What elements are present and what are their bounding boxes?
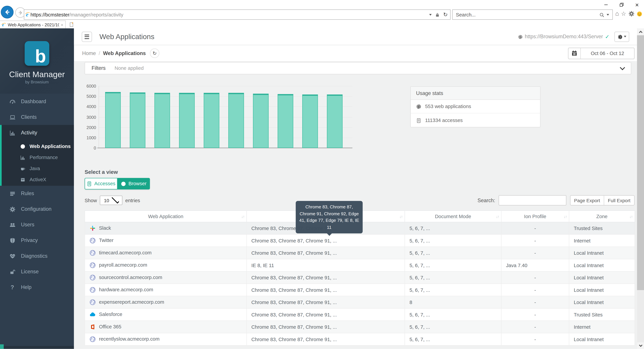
- home-icon[interactable]: ⌂: [615, 11, 619, 17]
- table-row-sourcecontrol-acmecorp-com[interactable]: sourcecontrol.acmecorp.comChrome 83, Chr…: [85, 271, 635, 284]
- restore-icon[interactable]: [617, 1, 626, 8]
- full-export-button[interactable]: Full Export: [604, 196, 634, 205]
- date-range-button[interactable]: Oct 06 - Oct 12: [568, 48, 634, 59]
- table-search-input[interactable]: [498, 195, 566, 205]
- sidebar-item-java[interactable]: Java: [2, 163, 74, 174]
- sidebar-item-help[interactable]: ?Help: [0, 279, 74, 295]
- browsers-cell: Chrome 83, Chrome 87, Chrome 91, ...: [247, 333, 405, 345]
- table-row-twitter[interactable]: TwitterChrome 83, Chrome 87, Chrome 91, …: [85, 234, 635, 247]
- check-icon: ✓: [605, 34, 610, 40]
- sidebar-item-users[interactable]: Users: [0, 217, 74, 233]
- sort-icon[interactable]: ↓↑: [496, 214, 499, 219]
- browsers-cell: Chrome 83, Chrome 87, Chrome 91, ...: [247, 296, 405, 308]
- sidebar-footer: [0, 346, 74, 349]
- sidebar-item-activex[interactable]: ActiveX: [2, 174, 74, 185]
- sort-icon[interactable]: ↓↑: [241, 214, 244, 219]
- zone-cell: Internet: [569, 321, 635, 333]
- sidebar-item-configuration[interactable]: Configuration: [0, 201, 74, 217]
- zone-cell: Trusted Sites: [569, 222, 635, 234]
- ie-icon: e: [26, 12, 28, 18]
- vertical-scrollbar[interactable]: [637, 28, 644, 349]
- minimize-icon[interactable]: [601, 1, 610, 8]
- chart-bar-4: [179, 93, 195, 148]
- globe-icon: [416, 104, 422, 109]
- app-name: Salesforce: [99, 312, 122, 317]
- sidebar-item-license[interactable]: License: [0, 264, 74, 279]
- breadcrumb-home[interactable]: Home: [82, 50, 96, 56]
- globe-favicon-icon: [90, 250, 96, 256]
- settings-gear-icon[interactable]: [628, 10, 634, 17]
- tab-close-icon[interactable]: ×: [61, 22, 63, 27]
- page-header: Web Applications https://BrowsiumDemo:44…: [74, 28, 637, 45]
- search-icon[interactable]: [599, 11, 604, 18]
- column-header-web-application[interactable]: Web Application↓↑: [85, 211, 247, 222]
- table-row-recentlyslow-acmecorp-com[interactable]: recentlyslow.acmecorp.comChrome 83, Chro…: [85, 333, 635, 345]
- page-export-button[interactable]: Page Export: [570, 196, 604, 205]
- sidebar-item-clients[interactable]: Clients: [0, 109, 74, 125]
- new-tab-page-icon: [68, 22, 74, 27]
- scrollbar-up-button[interactable]: [637, 28, 644, 35]
- browsers-cell: Chrome 83, Chrome 87, Chrome 91, ...: [247, 308, 405, 321]
- new-tab-button[interactable]: [68, 21, 75, 28]
- browser-nav-row: e https://bcmstester/manager/reports/act…: [0, 9, 644, 21]
- table-row-timecard-acmecorp-com[interactable]: timecard.acmecorp.comChrome 83, Chrome 8…: [85, 247, 635, 259]
- view-option-accesses[interactable]: Accesses: [84, 178, 117, 189]
- settings-dropdown-button[interactable]: [614, 31, 629, 42]
- date-range-value: Oct 06 - Oct 12: [581, 48, 634, 59]
- page-size-select[interactable]: 10: [100, 196, 122, 205]
- table-row-expensereport-acmecorp-com[interactable]: expensereport.acmecorp.comChrome 83, Chr…: [85, 296, 635, 308]
- table-row-hardware-acmecorp-com[interactable]: hardware.acmecorp.comChrome 83, Chrome 8…: [85, 284, 635, 296]
- sort-icon[interactable]: ↓↑: [400, 214, 402, 219]
- browser-tab[interactable]: e Web Applications - 2021/10... ×: [0, 21, 66, 28]
- browser-chrome: × e https://bcmstester/manager/reports/a…: [0, 0, 644, 28]
- sort-icon[interactable]: ↓↑: [564, 214, 567, 219]
- table-row-payroll-acmecorp-com[interactable]: payroll.acmecorp.comIE 8, IE 115, 6, 7, …: [85, 259, 635, 271]
- table-row-salesforce[interactable]: SalesforceChrome 83, Chrome 87, Chrome 9…: [85, 308, 635, 321]
- back-button[interactable]: [1, 6, 14, 19]
- chart-plot-area: [98, 86, 352, 148]
- search-dropdown-caret-icon[interactable]: [606, 14, 609, 16]
- url-dropdown-caret-icon[interactable]: [429, 14, 432, 16]
- sidebar-item-diagnostics[interactable]: Diagnostics: [0, 248, 74, 264]
- users-icon: [9, 222, 16, 228]
- arrow-left-icon: [4, 9, 11, 16]
- view-option-browser[interactable]: Browser: [117, 178, 150, 189]
- browser-search-box[interactable]: Search...: [452, 10, 613, 20]
- ie-icon: e: [2, 22, 4, 27]
- column-header-document-mode[interactable]: Document Mode↓↑: [405, 211, 501, 222]
- document-mode-cell: 5, 6, 7, ...: [405, 321, 501, 333]
- refresh-button[interactable]: ↻: [150, 49, 159, 58]
- question-icon: ?: [9, 284, 16, 290]
- zone-cell: Local Intranet: [569, 259, 635, 271]
- ion-profile-cell: -: [501, 308, 569, 321]
- browsium-logo-icon: b: [25, 41, 49, 66]
- filters-bar[interactable]: Filters None applied: [84, 62, 631, 74]
- table-row-office-365[interactable]: Office 365Chrome 83, Chrome 87, Chrome 9…: [85, 321, 635, 333]
- column-header-zone[interactable]: Zone↓↑: [569, 211, 635, 222]
- scrollbar-thumb[interactable]: [637, 36, 644, 290]
- feedback-smiley-icon[interactable]: [636, 11, 642, 17]
- sidebar-item-dashboard[interactable]: Dashboard: [0, 94, 74, 109]
- sort-icon[interactable]: ↓↑: [630, 214, 632, 219]
- menu-toggle-button[interactable]: [82, 31, 92, 42]
- accesses-bar-chart: 0100020003000400050006000: [84, 84, 356, 154]
- scrollbar-down-button[interactable]: [637, 342, 644, 349]
- app-name: sourcecontrol.acmecorp.com: [99, 275, 162, 280]
- sidebar-item-performance[interactable]: Performance: [2, 152, 74, 163]
- sidebar-item-web-applications[interactable]: Web Applications: [2, 141, 74, 152]
- sidebar-item-privacy[interactable]: Privacy: [0, 233, 74, 248]
- sidebar-item-activity[interactable]: Activity: [2, 125, 74, 140]
- chevron-down-icon[interactable]: [620, 65, 625, 70]
- breadcrumb-current: Web Applications: [103, 50, 146, 56]
- close-icon[interactable]: ×: [632, 1, 642, 8]
- bar-chart-icon: [9, 130, 16, 136]
- favorites-star-icon[interactable]: ☆: [621, 11, 626, 16]
- column-header-ion-profile[interactable]: Ion Profile↓↑: [501, 211, 569, 222]
- url-bar[interactable]: e https://bcmstester/manager/reports/act…: [24, 10, 450, 20]
- browsers-cell: Chrome 83, Chrome 87, Chrome 91, ...: [247, 271, 405, 284]
- sidebar-item-rules[interactable]: Rules: [0, 186, 74, 201]
- document-icon: [86, 181, 92, 187]
- chart-bar-6: [228, 93, 244, 148]
- chart-bar-5: [204, 93, 219, 148]
- refresh-icon[interactable]: ↻: [443, 12, 448, 17]
